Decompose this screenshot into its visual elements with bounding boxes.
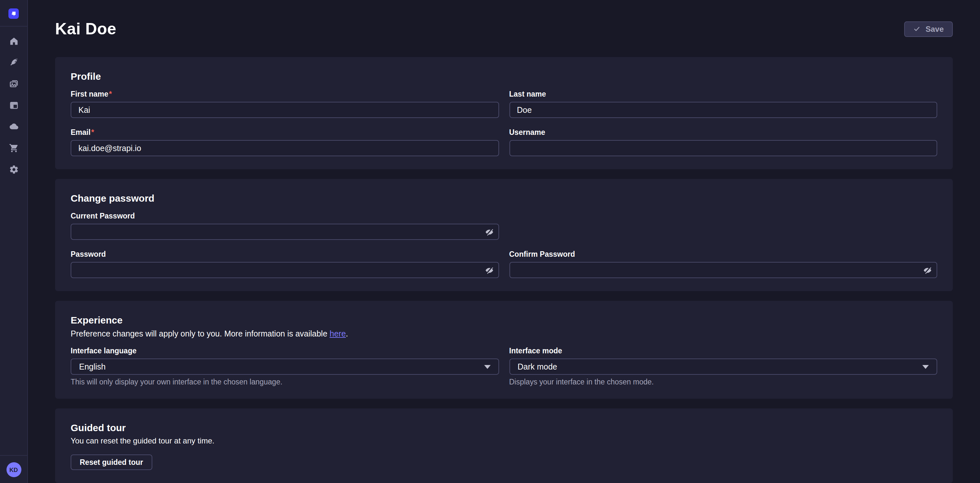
username-input[interactable] (509, 140, 937, 156)
current-password-field: Current Password (71, 212, 499, 240)
email-input[interactable] (71, 140, 499, 156)
interface-mode-field: Interface mode Dark mode Displays your i… (509, 347, 937, 386)
current-password-input[interactable] (71, 224, 499, 240)
layout-builder-icon (9, 100, 19, 110)
new-password-field: Password (71, 250, 499, 278)
interface-mode-label: Interface mode (509, 347, 937, 355)
guided-tour-title: Guided tour (71, 422, 937, 433)
media-library-icon (9, 79, 19, 89)
first-name-label: First name* (71, 90, 499, 98)
page-title: Kai Doe (55, 19, 116, 38)
change-password-title: Change password (71, 193, 937, 204)
experience-description-text: Preference changes will apply only to yo… (71, 329, 329, 338)
username-field: Username (509, 128, 937, 156)
last-name-field: Last name (509, 90, 937, 118)
check-icon (913, 25, 920, 32)
experience-info-link[interactable]: here (329, 329, 346, 338)
first-name-label-text: First name (71, 90, 108, 98)
guided-tour-card: Guided tour You can reset the guided tou… (55, 408, 953, 483)
new-password-label: Password (71, 250, 499, 258)
sidebar-item-settings[interactable] (5, 161, 22, 178)
chevron-down-icon (922, 365, 929, 368)
interface-language-hint: This will only display your own interfac… (71, 378, 499, 386)
cloud-icon (9, 121, 19, 131)
interface-mode-value: Dark mode (517, 362, 557, 371)
save-button[interactable]: Save (904, 21, 953, 37)
change-password-card: Change password Current Password (55, 179, 953, 291)
sidebar-divider (0, 455, 27, 456)
app-window: KD Kai Doe Save Profile First name* (0, 0, 980, 483)
sidebar-item-content-manager[interactable] (5, 54, 22, 71)
eye-slash-icon (485, 266, 493, 274)
sidebar-bottom: KD (0, 455, 27, 483)
last-name-input[interactable] (509, 102, 937, 118)
sidebar-divider (0, 26, 27, 27)
new-password-input-wrap (71, 262, 499, 278)
username-label: Username (509, 128, 937, 136)
home-icon (9, 36, 19, 46)
interface-language-label: Interface language (71, 347, 499, 355)
confirm-password-label: Confirm Password (509, 250, 937, 258)
sidebar: KD (0, 0, 28, 483)
eye-slash-icon (923, 266, 932, 274)
save-button-label: Save (926, 24, 944, 33)
main-content: Kai Doe Save Profile First name* Last na… (28, 0, 980, 483)
sidebar-item-deploy[interactable] (5, 118, 22, 135)
interface-language-value: English (79, 362, 106, 371)
chevron-down-icon (484, 365, 490, 368)
sidebar-item-marketplace[interactable] (5, 139, 22, 156)
email-label-text: Email (71, 128, 91, 136)
sidebar-item-content-type-builder[interactable] (5, 97, 22, 113)
interface-language-field: Interface language English This will onl… (71, 347, 499, 386)
strapi-logo-icon (10, 10, 18, 18)
sidebar-item-home[interactable] (5, 32, 22, 49)
sidebar-nav (5, 32, 22, 182)
interface-mode-select[interactable]: Dark mode (509, 359, 937, 375)
password-fields-grid: Current Password Password (71, 212, 937, 278)
profile-card: Profile First name* Last name Email* Use… (55, 57, 953, 169)
email-field: Email* (71, 128, 499, 156)
strapi-logo[interactable] (8, 8, 19, 19)
sidebar-item-media-library[interactable] (5, 75, 22, 92)
new-password-input[interactable] (71, 262, 499, 278)
last-name-label-text: Last name (509, 90, 546, 98)
eye-slash-icon (485, 227, 493, 236)
experience-title: Experience (71, 314, 937, 325)
username-label-text: Username (509, 128, 545, 136)
experience-card: Experience Preference changes will apply… (55, 301, 953, 399)
experience-fields-grid: Interface language English This will onl… (71, 347, 937, 386)
toggle-current-password-button[interactable] (483, 226, 495, 238)
toggle-new-password-button[interactable] (483, 264, 495, 276)
current-password-input-wrap (71, 224, 499, 240)
first-name-field: First name* (71, 90, 499, 118)
reset-guided-tour-button[interactable]: Reset guided tour (71, 454, 152, 470)
settings-gear-icon (9, 164, 19, 174)
first-name-input[interactable] (71, 102, 499, 118)
confirm-password-input-wrap (509, 262, 937, 278)
required-asterisk: * (109, 90, 112, 98)
cart-marketplace-icon (9, 143, 19, 153)
profile-card-title: Profile (71, 71, 937, 82)
experience-description-period: . (346, 329, 348, 338)
email-label: Email* (71, 128, 499, 136)
profile-fields-grid: First name* Last name Email* Username (71, 90, 937, 156)
last-name-label: Last name (509, 90, 937, 98)
user-avatar[interactable]: KD (6, 462, 21, 477)
interface-language-select[interactable]: English (71, 359, 499, 375)
toggle-confirm-password-button[interactable] (922, 264, 933, 276)
experience-description: Preference changes will apply only to yo… (71, 329, 937, 338)
page-header: Kai Doe Save (55, 0, 953, 38)
feather-content-icon (9, 57, 19, 67)
guided-tour-description: You can reset the guided tour at any tim… (71, 436, 937, 445)
required-asterisk: * (91, 128, 94, 136)
confirm-password-input[interactable] (509, 262, 937, 278)
interface-mode-hint: Displays your interface in the chosen mo… (509, 378, 937, 386)
confirm-password-field: Confirm Password (509, 250, 937, 278)
current-password-label: Current Password (71, 212, 499, 220)
